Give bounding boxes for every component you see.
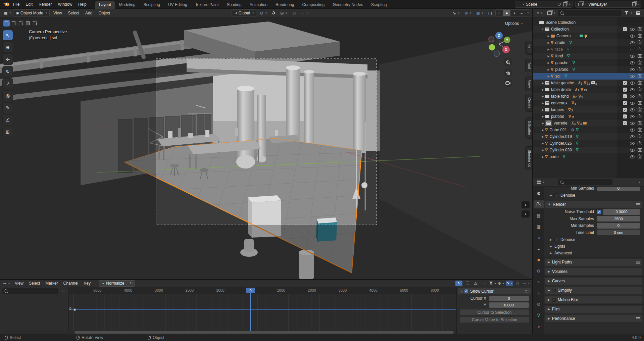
hide-eye-icon[interactable] — [630, 95, 635, 98]
playhead-badge[interactable]: 0 — [246, 288, 255, 293]
outliner-row-face[interactable]: ▶∇face∇ — [533, 46, 644, 53]
render-visibility-icon[interactable] — [638, 81, 642, 85]
sidebar-tab-gscatter[interactable]: GScatter — [525, 117, 532, 139]
render-visibility-icon[interactable] — [638, 135, 642, 138]
render-visibility-icon[interactable] — [638, 68, 642, 71]
menu-edit[interactable]: Edit — [22, 0, 36, 9]
outliner-search-input[interactable] — [558, 10, 622, 16]
properties-tab-scene[interactable]: ◑ — [534, 234, 544, 242]
exclude-checkbox[interactable]: ✓ — [623, 94, 627, 98]
section-simplify[interactable]: ▶Simplify — [545, 287, 642, 294]
render-visibility-icon[interactable] — [638, 128, 642, 132]
properties-tab-object[interactable]: ■ — [534, 256, 544, 264]
timeline-ruler[interactable]: -5000-4000-3000-2000-1000100020003000400… — [69, 287, 456, 294]
select-mode-subtract[interactable] — [17, 20, 24, 27]
proportional-icon[interactable]: ◎ — [514, 281, 521, 286]
add-workspace-button[interactable]: + — [391, 0, 401, 8]
scene-selector[interactable]: ▾ Scene × — [515, 1, 573, 8]
menu-file[interactable]: File — [10, 0, 22, 9]
tool-select-box[interactable]: ↖ — [3, 30, 13, 40]
shading-dropdown[interactable]: ▾ — [525, 10, 530, 16]
render-visibility-icon[interactable] — [638, 88, 642, 91]
workspace-tab-scripting[interactable]: Scripting — [367, 1, 391, 9]
outliner-row-porte[interactable]: ▶∇porte∇ — [533, 153, 644, 160]
xray-toggle[interactable]: ▢ — [487, 10, 494, 16]
hide-eye-icon[interactable] — [630, 115, 635, 118]
section-light-paths[interactable]: ▶Light Paths — [545, 259, 642, 266]
hide-eye-closed-icon[interactable] — [630, 48, 635, 50]
hide-eye-icon[interactable] — [630, 55, 635, 58]
properties-tab-render[interactable] — [534, 200, 544, 208]
outliner-row-cylinder-030[interactable]: ▶∇Cylinder.030∇ — [533, 147, 644, 153]
sidebar-tab-view[interactable]: View — [525, 77, 532, 91]
graph-horizontal-scrollbar[interactable] — [75, 331, 454, 334]
property-value-field[interactable]: 0 — [597, 223, 640, 229]
hide-eye-icon[interactable] — [630, 135, 635, 138]
expand-arrow[interactable]: ▶ — [541, 149, 545, 152]
expand-arrow[interactable]: ▶ — [546, 75, 551, 78]
fcurve-keyframe[interactable] — [73, 308, 76, 311]
outliner-row-cerveaux[interactable]: ▶cerveaux∇3✓ — [533, 100, 644, 106]
graph-menu-select[interactable]: Select — [26, 280, 43, 287]
render-visibility-icon[interactable] — [638, 41, 642, 44]
outliner-row-plafond[interactable]: ▶plafond∇11✓ — [533, 113, 644, 120]
hide-eye-icon[interactable] — [630, 28, 635, 31]
expand-arrow[interactable]: ▶ — [541, 142, 545, 145]
snap-toggle[interactable] — [270, 10, 277, 16]
show-cursor-checkbox[interactable]: ✓ — [464, 289, 468, 293]
outliner-row-collection[interactable]: ▼Collection✓ — [533, 26, 644, 33]
overlays-dropdown[interactable]: ◍▾ — [475, 10, 485, 16]
section-performance[interactable]: ▶Performance — [545, 315, 642, 322]
options-button[interactable]: Options▾ — [502, 20, 526, 27]
shading-rendered[interactable]: ◒ — [518, 10, 525, 16]
render-visibility-icon[interactable] — [638, 142, 642, 145]
expand-arrow[interactable]: ▶ — [541, 115, 545, 118]
render-visibility-icon[interactable] — [638, 121, 642, 125]
hide-eye-icon[interactable] — [630, 129, 635, 132]
outliner-row-table-droite[interactable]: ▶table droiteʎ2∇19✓ — [533, 86, 644, 93]
render-visibility-icon[interactable] — [638, 101, 642, 105]
shading-solid[interactable]: ● — [503, 10, 510, 16]
viewlayer-selector[interactable]: ▾ ViewLayer × — [575, 1, 641, 8]
outliner-editor-type-button[interactable]: ≡▾ — [535, 10, 544, 16]
properties-tab-output[interactable]: ▤ — [534, 211, 544, 220]
properties-tab-world[interactable]: ◒ — [534, 245, 544, 253]
render-visibility-icon[interactable] — [638, 75, 642, 78]
tool-cursor[interactable]: ⊕ — [3, 42, 13, 52]
graph-menu-marker[interactable]: Marker — [43, 280, 60, 287]
new-collection-button[interactable]: + — [634, 10, 642, 16]
sidebar-tab-tool[interactable]: Tool — [525, 59, 532, 72]
viewport-menu-add[interactable]: Add — [82, 9, 95, 17]
hide-eye-icon[interactable] — [630, 142, 635, 145]
outliner-row-scene-collection[interactable]: Scene Collection — [533, 19, 644, 26]
expand-arrow[interactable]: ▶ — [546, 35, 551, 38]
gizmo-z-axis[interactable]: Z — [498, 34, 500, 38]
ghost-curves-icon[interactable]: ▭ — [481, 281, 488, 286]
viewport-menu-object[interactable]: Object — [95, 9, 113, 17]
expand-arrow[interactable]: ▶ — [546, 48, 551, 51]
hide-eye-icon[interactable] — [630, 75, 635, 78]
section-render[interactable]: ▼Render — [545, 201, 642, 208]
remove-viewlayer-icon[interactable]: × — [637, 2, 639, 6]
workspace-tab-rendering[interactable]: Rendering — [272, 1, 298, 9]
properties-search-input[interactable] — [558, 179, 612, 185]
exclude-checkbox[interactable]: ✓ — [623, 81, 627, 85]
graph-menu-key[interactable]: Key — [81, 280, 93, 287]
property-checkbox[interactable]: ✓ — [597, 210, 601, 214]
expand-arrow[interactable]: ▶ — [541, 82, 545, 85]
snap-with-dropdown[interactable]: ⊞▾ — [279, 10, 289, 16]
render-visibility-icon[interactable] — [638, 28, 642, 31]
zoom-button[interactable] — [503, 58, 512, 67]
outliner-row-fond[interactable]: ▶∇fond∇ — [533, 53, 644, 59]
render-visibility-icon[interactable] — [638, 54, 642, 58]
outliner-row-cylinder-019[interactable]: ▶∇Cylinder.019∇ — [533, 133, 644, 140]
subpanel-denoise[interactable]: ▶Denoise — [544, 236, 644, 243]
outliner-display-mode-dropdown[interactable]: ▾ — [545, 10, 557, 16]
shading-wireframe[interactable]: ◌ — [496, 10, 503, 16]
proportional-edit-toggle[interactable]: ◎ — [291, 10, 297, 16]
pan-hand-button[interactable] — [503, 68, 512, 77]
viewport-menu-view[interactable]: View — [50, 9, 65, 17]
cursor-value-to-selection-button[interactable]: Cursor Value to Selection — [459, 316, 530, 323]
outliner-row-table-fond[interactable]: ▶table fondʎ2∇9✓ — [533, 93, 644, 100]
select-mode-extend[interactable] — [10, 20, 17, 27]
